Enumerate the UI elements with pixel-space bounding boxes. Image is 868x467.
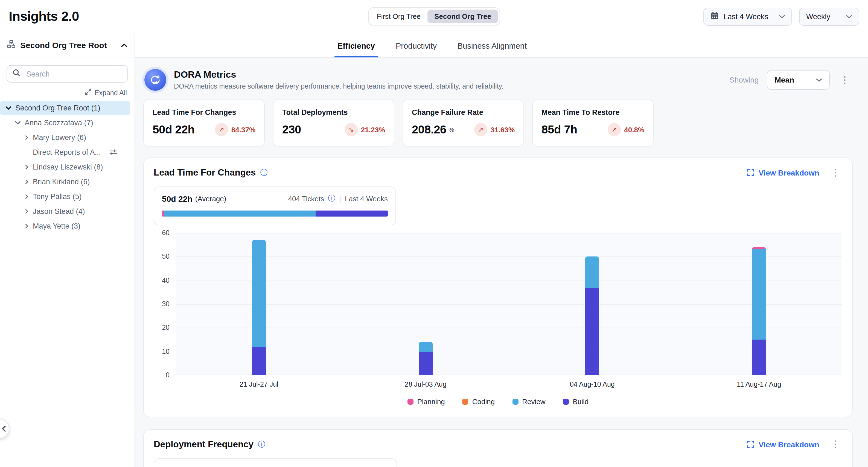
legend-label: Build <box>573 398 589 406</box>
trend-arrow-up-icon: ↗ <box>215 123 228 136</box>
tree-item[interactable]: Anna Scozzafava (7) <box>0 115 130 130</box>
bar-segment-review <box>419 342 432 352</box>
view-breakdown-link[interactable]: View Breakdown <box>747 440 819 449</box>
tab-efficiency[interactable]: Efficiency <box>336 35 376 57</box>
tree-item[interactable]: Jason Stead (4) <box>0 204 130 219</box>
expand-arrows-icon <box>85 89 91 97</box>
trend-percent: 84.37% <box>231 125 255 134</box>
tree-item-label: Brian Kirkland (6) <box>33 178 90 186</box>
date-range-select[interactable]: Last 4 Weeks <box>703 7 792 25</box>
tab-group: EfficiencyProductivityBusiness Alignment <box>336 35 528 57</box>
kebab-menu-icon[interactable]: ⋮ <box>829 167 842 178</box>
bar-segment-build <box>752 340 766 375</box>
dora-controls: Showing Mean ⋮ <box>730 70 851 90</box>
org-chart-icon <box>7 40 15 50</box>
deployment-panel-header: Deployment Frequency ⓘ View Breakdown ⋮ <box>154 439 842 450</box>
metric-card-title: Total Deployments <box>282 108 385 117</box>
metric-value: 85d 7h <box>541 123 577 136</box>
chevron-left-icon <box>2 426 6 432</box>
aggregation-select[interactable]: Mean <box>767 70 830 90</box>
tree-item-label: Second Org Tree Root (1) <box>15 104 100 112</box>
trend-percent: 21.23% <box>361 125 385 134</box>
lead-time-panel-actions: View Breakdown ⋮ <box>747 167 842 178</box>
chevron-right-icon[interactable] <box>24 165 29 169</box>
sidebar-search <box>6 65 128 83</box>
bar-column <box>676 233 843 375</box>
chevron-right-icon[interactable] <box>24 224 29 228</box>
lead-time-panel-header: Lead Time For Changes ⓘ View Breakdown ⋮ <box>154 167 842 178</box>
tree-item[interactable]: Direct Reports of A... <box>0 145 130 160</box>
kebab-menu-icon[interactable]: ⋮ <box>829 439 842 450</box>
legend-swatch <box>462 399 468 405</box>
org-tree-toggle-second[interactable]: Second Org Tree <box>428 9 498 23</box>
view-breakdown-link[interactable]: View Breakdown <box>747 168 819 177</box>
app-window: Insights 2.0 First Org Tree Second Org T… <box>0 0 868 467</box>
summary-qualifier: (Average) <box>195 194 226 203</box>
org-tree-toggle-first[interactable]: First Org Tree <box>370 9 427 23</box>
tab-business-alignment[interactable]: Business Alignment <box>457 35 528 57</box>
tree-item[interactable]: Maya Yette (3) <box>0 219 130 234</box>
metric-value: 230 <box>282 123 301 136</box>
filter-sliders-icon[interactable] <box>109 149 117 156</box>
info-icon[interactable]: ⓘ <box>260 167 268 178</box>
phase-segment-review <box>164 211 315 217</box>
calendar-icon <box>711 11 719 21</box>
legend-label: Coding <box>472 398 495 406</box>
bar-column <box>176 233 342 375</box>
bar-segment-review <box>252 240 266 347</box>
bar-segment-review <box>752 250 766 340</box>
info-icon[interactable]: ⓘ <box>258 439 265 449</box>
legend-item-build[interactable]: Build <box>563 398 589 406</box>
summary-meta: 404 Tickets ⓘ | Last 4 Weeks <box>288 194 388 204</box>
metric-trend: ↗ 40.8% <box>608 123 644 136</box>
chevron-right-icon[interactable] <box>24 135 29 140</box>
chevron-down-icon[interactable] <box>5 105 11 111</box>
tree-item[interactable]: Brian Kirkland (6) <box>0 175 130 189</box>
tree-item-label: Tony Pallas (5) <box>33 192 82 201</box>
stacked-bar-28-jul-03-aug[interactable] <box>419 342 432 375</box>
tree-item[interactable]: Mary Lowery (6) <box>0 130 130 145</box>
sidebar-collapse-handle[interactable] <box>0 419 9 439</box>
chevron-up-icon[interactable] <box>121 40 127 50</box>
deployment-title: Deployment Frequency <box>154 439 253 449</box>
search-input[interactable] <box>25 69 122 79</box>
sidebar-header: Second Org Tree Root <box>0 33 134 57</box>
lead-time-title: Lead Time For Changes <box>154 167 256 178</box>
metric-trend: ↗ 31.63% <box>474 123 515 136</box>
chevron-right-icon[interactable] <box>24 194 29 199</box>
legend-swatch <box>563 399 569 405</box>
legend-item-planning[interactable]: Planning <box>407 398 445 406</box>
tree-item-label: Maya Yette (3) <box>33 222 81 230</box>
legend-item-coding[interactable]: Coding <box>462 398 495 406</box>
chevron-down-icon <box>779 14 785 18</box>
chevron-down-icon <box>816 78 822 82</box>
x-tick-label: 11 Aug-17 Aug <box>676 381 843 388</box>
granularity-select[interactable]: Weekly <box>799 7 859 25</box>
legend-label: Review <box>522 398 545 406</box>
x-tick-label: 21 Jul-27 Jul <box>176 381 342 388</box>
stacked-bar-21-jul-27-jul[interactable] <box>252 240 266 375</box>
chevron-down-icon[interactable] <box>15 120 21 126</box>
info-icon[interactable]: ⓘ <box>328 194 335 204</box>
tree-item[interactable]: Tony Pallas (5) <box>0 189 130 204</box>
legend-swatch <box>512 399 518 405</box>
x-tick-label: 28 Jul-03 Aug <box>342 381 509 388</box>
summary-top-row: 50d 22h (Average) 404 Tickets ⓘ | Last 4… <box>162 194 388 204</box>
deployment-title-wrap: Deployment Frequency ⓘ <box>154 439 265 449</box>
expand-all-button[interactable]: Expand All <box>8 89 127 97</box>
tree-item-label: Anna Scozzafava (7) <box>25 119 93 127</box>
metric-card-title: Mean Time To Restore <box>541 108 644 117</box>
chevron-right-icon[interactable] <box>24 179 29 184</box>
kebab-menu-icon[interactable]: ⋮ <box>838 74 851 86</box>
x-axis-labels: 21 Jul-27 Jul28 Jul-03 Aug04 Aug-10 Aug1… <box>176 381 842 388</box>
metric-unit: % <box>448 126 454 134</box>
legend-item-review[interactable]: Review <box>512 398 545 406</box>
stacked-bar-04-aug-10-aug[interactable] <box>586 257 599 375</box>
tree-item[interactable]: Lindsay Liszewski (8) <box>0 160 130 175</box>
bar-column <box>509 233 676 375</box>
tree-item-label: Direct Reports of A... <box>33 148 101 156</box>
tree-item[interactable]: Second Org Tree Root (1) <box>0 101 130 115</box>
tab-productivity[interactable]: Productivity <box>395 35 438 57</box>
chevron-right-icon[interactable] <box>24 209 29 214</box>
stacked-bar-11-aug-17-aug[interactable] <box>752 247 766 375</box>
